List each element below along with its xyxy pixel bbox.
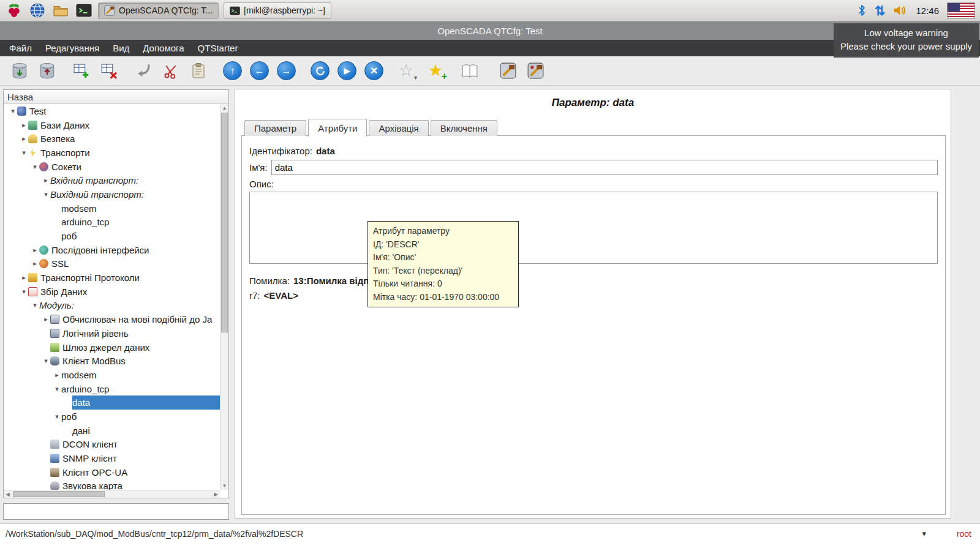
menu-item[interactable]: QTStarter: [191, 40, 245, 56]
clock[interactable]: 12:46: [916, 6, 939, 16]
tree-item[interactable]: Шлюз джерел даних: [4, 340, 220, 354]
tree-item[interactable]: Test: [4, 104, 220, 118]
tree-item[interactable]: Логічний рівень: [4, 326, 220, 340]
expander-icon[interactable]: [20, 274, 28, 282]
tree-item[interactable]: modsem: [4, 201, 220, 216]
expander-icon[interactable]: [9, 107, 17, 115]
name-input[interactable]: [271, 160, 938, 175]
tree-item[interactable]: arduino_tcp: [4, 382, 220, 396]
qtstarter-qtcfg-icon[interactable]: [498, 61, 518, 81]
scroll-right-icon[interactable]: ▶: [212, 490, 220, 498]
tree-item[interactable]: Безпека: [4, 132, 220, 146]
expander-icon[interactable]: [31, 260, 39, 268]
expander-icon[interactable]: [31, 163, 39, 171]
tab[interactable]: Архівація: [369, 120, 428, 136]
tab[interactable]: Параметр: [244, 120, 306, 136]
tree-item[interactable]: Послідовні інтерфейси: [4, 243, 220, 257]
expander-icon[interactable]: [20, 288, 28, 296]
tree-item[interactable]: Бази Даних: [4, 118, 220, 132]
menu-item[interactable]: Редагування: [39, 40, 106, 56]
expander-icon[interactable]: [53, 371, 61, 379]
expander-icon[interactable]: [42, 190, 50, 198]
scroll-up-icon[interactable]: ▲: [221, 104, 228, 112]
bluetooth-icon[interactable]: [857, 4, 867, 17]
tree-item[interactable]: роб: [4, 410, 220, 424]
menu-item[interactable]: Файл: [2, 40, 39, 56]
expander-icon[interactable]: [20, 121, 28, 129]
network-traffic-icon[interactable]: ⇅: [875, 4, 886, 17]
tree-item[interactable]: arduino_tcp: [4, 216, 220, 230]
scroll-down-icon[interactable]: ▼: [221, 482, 228, 490]
tree-item[interactable]: SNMP клієнт: [4, 451, 220, 465]
item-delete-icon[interactable]: [99, 61, 119, 81]
current-user[interactable]: root: [957, 529, 971, 539]
item-load-icon[interactable]: [134, 61, 153, 81]
qtstarter-vision-icon[interactable]: [526, 61, 545, 81]
taskbar-window-terminal[interactable]: [mikl@raspberrypi: ~]: [224, 2, 331, 19]
tree-item[interactable]: modsem: [4, 368, 220, 382]
tree-vertical-scrollbar[interactable]: ▲ ▼: [220, 104, 228, 490]
tree-item[interactable]: роб: [4, 229, 220, 243]
manual-icon[interactable]: [460, 61, 480, 81]
tree-item[interactable]: Обчислювач на мові подібній до Ja: [4, 312, 220, 326]
description-textarea[interactable]: [249, 192, 938, 264]
expander-icon[interactable]: [20, 149, 28, 157]
tree-item[interactable]: Клієнт ModBus: [4, 354, 220, 368]
cut-icon[interactable]: [161, 61, 181, 81]
paste-icon[interactable]: [189, 61, 208, 81]
menu-item[interactable]: Допомога: [136, 40, 190, 56]
scroll-left-icon[interactable]: ◀: [4, 490, 12, 498]
expander-icon[interactable]: [42, 176, 50, 184]
taskbar-window-openscada[interactable]: OpenSCADA QTCfg: T...: [98, 2, 219, 19]
expander-icon[interactable]: [42, 315, 50, 323]
tree-horizontal-scrollbar[interactable]: ◀ ▶: [4, 490, 220, 498]
forward-button[interactable]: →: [277, 61, 296, 80]
tree-item[interactable]: data: [4, 395, 220, 410]
user-dropdown-icon[interactable]: ▾: [922, 529, 926, 538]
raspberry-menu-icon[interactable]: [5, 1, 23, 20]
browser-icon[interactable]: [28, 1, 47, 20]
tree-filter-input[interactable]: [3, 503, 229, 520]
back-button[interactable]: ←: [250, 61, 269, 80]
expander-icon[interactable]: [31, 246, 39, 254]
load-db-icon[interactable]: [10, 61, 29, 81]
expander-icon[interactable]: [31, 301, 39, 309]
stop-button[interactable]: ×: [364, 61, 383, 80]
window-titlebar[interactable]: OpenSCADA QTCfg: Test: [0, 21, 980, 40]
terminal-launcher-icon[interactable]: [75, 1, 93, 20]
tree-item[interactable]: Транспорти: [4, 146, 220, 160]
menu-item[interactable]: Вид: [106, 40, 136, 56]
favorite-add-button[interactable]: ★: [426, 61, 445, 81]
start-button[interactable]: ▶: [337, 61, 356, 80]
expander-icon[interactable]: [42, 357, 50, 365]
favorite-button[interactable]: ☆ ▾: [398, 61, 418, 81]
refresh-button[interactable]: [311, 61, 330, 80]
tree-item[interactable]: Вихідний транспорт:: [4, 187, 220, 201]
tree-item[interactable]: Модуль:: [4, 299, 220, 313]
expander-icon[interactable]: [53, 413, 61, 421]
tree-item[interactable]: DCON клієнт: [4, 438, 220, 452]
tree-item[interactable]: Клієнт OPC-UA: [4, 465, 220, 479]
up-button[interactable]: ↑: [223, 61, 242, 80]
save-db-icon[interactable]: [37, 61, 57, 81]
tree-column-header[interactable]: Назва: [4, 90, 228, 104]
tab[interactable]: Включення: [431, 120, 497, 136]
tree-item[interactable]: Вхідний транспорт:: [4, 173, 220, 187]
tree-item-icon: [39, 246, 48, 255]
file-manager-icon[interactable]: [51, 1, 70, 20]
tab[interactable]: Атрибути: [308, 119, 367, 137]
tree-item[interactable]: Звукова карта: [4, 479, 220, 490]
tree-item[interactable]: Збір Даних: [4, 285, 220, 299]
tree-item[interactable]: дані: [4, 424, 220, 438]
tree-item[interactable]: SSL: [4, 257, 220, 271]
keyboard-layout-flag-icon[interactable]: [947, 2, 975, 19]
volume-icon[interactable]: [893, 4, 908, 17]
expander-icon[interactable]: [20, 135, 28, 143]
tree-item-content: modsem: [61, 368, 220, 382]
tree-item[interactable]: Сокети: [4, 160, 220, 174]
item-add-icon[interactable]: [72, 61, 91, 81]
tree-item[interactable]: Транспортні Протоколи: [4, 271, 220, 285]
expander-icon[interactable]: [53, 385, 61, 393]
scrollbar-thumb[interactable]: [221, 113, 228, 332]
scrollbar-thumb[interactable]: [13, 491, 105, 497]
